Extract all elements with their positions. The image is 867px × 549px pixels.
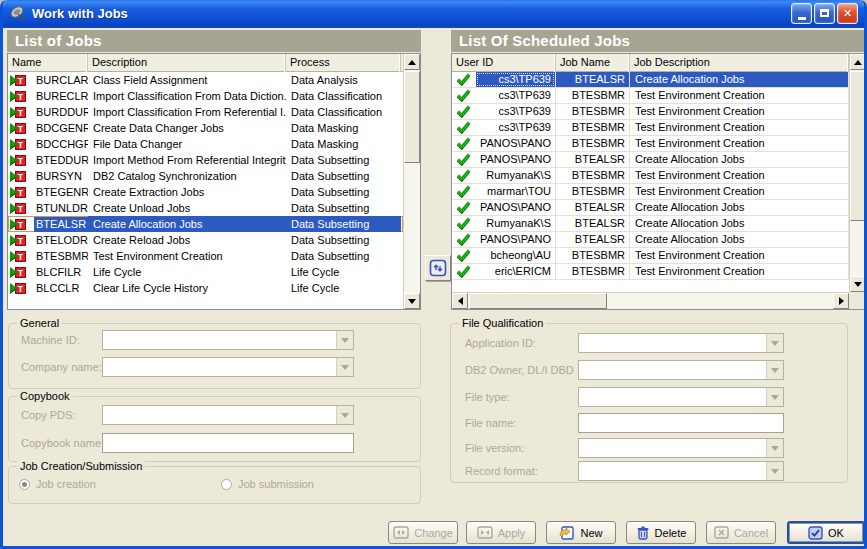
table-row[interactable]: RumyanaK\SBTESBMRTest Environment Creati… xyxy=(452,168,849,184)
cancel-icon xyxy=(714,526,729,539)
delete-button[interactable]: Delete xyxy=(626,521,696,544)
job-creation-radio-label: Job creation xyxy=(36,478,96,490)
table-row[interactable]: TBURDDURImport Classification From Refer… xyxy=(8,104,403,120)
minimize-button[interactable] xyxy=(791,3,812,24)
column-header-user-id[interactable]: User ID xyxy=(452,54,556,72)
column-header-name[interactable]: Name xyxy=(8,54,88,72)
file-qualification-group-title: File Qualification xyxy=(459,317,546,329)
green-arrow-icon xyxy=(10,283,17,293)
table-row[interactable]: TBLCFILRLife CycleLife Cycle xyxy=(8,264,403,280)
close-button[interactable]: ✕ xyxy=(837,3,858,24)
table-row[interactable]: TBLCCLRClear Life Cycle HistoryLife Cycl… xyxy=(8,280,403,296)
table-row[interactable]: cs3\TP639BTESBMRTest Environment Creatio… xyxy=(452,104,849,120)
new-button[interactable]: New xyxy=(546,521,616,544)
check-icon xyxy=(456,233,471,246)
jobs-list: NameDescriptionProcess TBURCLARClass Fie… xyxy=(7,53,421,310)
cell-job-description: Create Allocation Jobs xyxy=(630,200,849,216)
change-icon xyxy=(393,526,409,539)
transfer-job-button[interactable] xyxy=(425,255,451,281)
column-header-description[interactable]: Description xyxy=(88,54,286,72)
table-row[interactable]: TBURCLARClass Field AssignmentData Analy… xyxy=(8,72,403,88)
job-creation-groupbox: Job Creation/Submission Job creation Job… xyxy=(8,466,421,504)
job-creation-group-title: Job Creation/Submission xyxy=(17,460,145,472)
file-name-input[interactable] xyxy=(578,413,784,433)
jobs-vertical-scrollbar[interactable] xyxy=(403,54,420,309)
cell-description: Clear Life Cycle History xyxy=(88,280,286,296)
table-row[interactable]: TBURECLRImport Classification From Data … xyxy=(8,88,403,104)
green-arrow-icon xyxy=(10,139,17,149)
table-row[interactable]: eric\ERICMBTESBMRTest Environment Creati… xyxy=(452,264,849,280)
table-row[interactable]: TBTEGENRCreate Extraction JobsData Subse… xyxy=(8,184,403,200)
cell-job-description: Test Environment Creation xyxy=(630,88,849,104)
scheduled-horizontal-scrollbar[interactable] xyxy=(452,292,849,309)
scheduled-jobs-header: User IDJob NameJob Description xyxy=(452,54,866,72)
table-row[interactable]: PANOS\PANOBTEALSRCreate Allocation Jobs xyxy=(452,232,849,248)
copybook-name-input[interactable] xyxy=(102,433,354,453)
scrollbar-corner xyxy=(849,292,866,309)
job-icon: T xyxy=(10,187,34,198)
table-row[interactable]: TBTESBMRTest Environment CreationData Su… xyxy=(8,248,403,264)
scroll-down-button[interactable] xyxy=(404,293,420,309)
green-arrow-icon xyxy=(10,91,17,101)
window-title: Work with Jobs xyxy=(32,6,791,21)
job-icon: T xyxy=(10,75,34,86)
table-row[interactable]: TBURSYNDB2 Catalog SynchronizationData S… xyxy=(8,168,403,184)
file-version-dropdown-button xyxy=(766,439,783,457)
table-row[interactable]: cs3\TP639BTEALSRCreate Allocation Jobs xyxy=(452,72,849,88)
table-row[interactable]: marmar\TOUBTESBMRTest Environment Creati… xyxy=(452,184,849,200)
column-header-job-description[interactable]: Job Description xyxy=(630,54,849,72)
scroll-down-button[interactable] xyxy=(850,276,866,292)
green-arrow-icon xyxy=(10,267,17,277)
scroll-right-button[interactable] xyxy=(833,293,849,309)
table-row[interactable]: TBTEALSRCreate Allocation JobsData Subse… xyxy=(8,216,403,232)
table-row[interactable]: cs3\TP639BTESBMRTest Environment Creatio… xyxy=(452,120,849,136)
scrollbar-thumb[interactable] xyxy=(404,71,420,163)
green-arrow-icon xyxy=(10,203,17,213)
maximize-button[interactable] xyxy=(814,3,835,24)
close-icon: ✕ xyxy=(843,8,852,19)
minimize-icon xyxy=(798,17,806,20)
cell-process: Data Masking xyxy=(286,136,401,152)
new-icon xyxy=(559,526,575,540)
check-icon xyxy=(456,121,471,134)
job-submission-radio-label: Job submission xyxy=(238,478,314,490)
table-row[interactable]: TBTELODRCreate Reload JobsData Subsettin… xyxy=(8,232,403,248)
table-row[interactable]: TBDCGENRCreate Data Changer JobsData Mas… xyxy=(8,120,403,136)
machine-id-combo xyxy=(102,330,354,350)
delete-icon xyxy=(636,526,650,540)
scrollbar-thumb[interactable] xyxy=(469,293,607,309)
column-header-job-name[interactable]: Job Name xyxy=(556,54,630,72)
scroll-up-button[interactable] xyxy=(850,54,866,70)
table-row[interactable]: PANOS\PANOBTEALSRCreate Allocation Jobs xyxy=(452,152,849,168)
green-arrow-icon xyxy=(10,251,17,261)
cell-description: Test Environment Creation xyxy=(88,248,286,264)
table-row[interactable]: TBTEDDURImport Method From Referential I… xyxy=(8,152,403,168)
table-row[interactable]: cs3\TP639BTESBMRTest Environment Creatio… xyxy=(452,88,849,104)
table-row[interactable]: PANOS\PANOBTEALSRCreate Allocation Jobs xyxy=(452,200,849,216)
cell-job-description: Test Environment Creation xyxy=(630,120,849,136)
job-icon: T xyxy=(10,155,34,166)
check-icon xyxy=(456,265,471,278)
green-arrow-icon xyxy=(10,235,17,245)
cell-description: Life Cycle xyxy=(88,264,286,280)
table-row[interactable]: bcheong\AUBTESBMRTest Environment Creati… xyxy=(452,248,849,264)
table-row[interactable]: PANOS\PANOBTESBMRTest Environment Creati… xyxy=(452,136,849,152)
job-icon: T xyxy=(10,267,34,278)
scroll-up-button[interactable] xyxy=(404,54,420,70)
check-icon xyxy=(456,73,471,86)
column-header-process[interactable]: Process xyxy=(286,54,401,72)
cell-name: TBTELODR xyxy=(8,232,88,248)
record-format-value xyxy=(579,462,766,480)
scroll-left-button[interactable] xyxy=(452,293,468,309)
table-row[interactable]: TBTUNLDRCreate Unload JobsData Subsettin… xyxy=(8,200,403,216)
scheduled-vertical-scrollbar[interactable] xyxy=(849,54,866,292)
table-row[interactable]: TBDCCHGRFile Data ChangerData Masking xyxy=(8,136,403,152)
scrollbar-thumb[interactable] xyxy=(850,71,866,221)
table-row[interactable]: RumyanaK\SBTEALSRCreate Allocation Jobs xyxy=(452,216,849,232)
copy-pds-dropdown-button xyxy=(336,406,353,424)
cell-process: Life Cycle xyxy=(286,264,401,280)
cell-description: Create Allocation Jobs xyxy=(88,216,286,232)
cell-name: TBURSYN xyxy=(8,168,88,184)
ok-button[interactable]: OK xyxy=(787,521,865,544)
cell-process: Data Subsetting xyxy=(286,152,401,168)
